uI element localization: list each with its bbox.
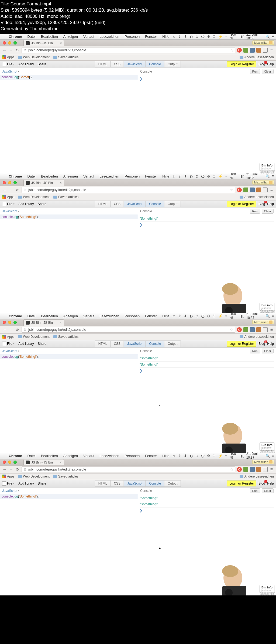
menubar-status-icon[interactable]: ◐ — [189, 174, 193, 178]
bookmark-folder[interactable]: Saved articles — [53, 55, 78, 59]
menubar-status-icon[interactable]: ⊙ — [195, 454, 199, 458]
menubar-status-icon[interactable]: ⇪ — [178, 454, 181, 458]
address-bar[interactable]: 🗎 jsbin.com/depeguyiko/edit?js,console ☆ — [22, 187, 235, 193]
extension-icon[interactable] — [263, 467, 268, 472]
menubar-status-icon[interactable]: ⎋ — [172, 174, 175, 178]
help-link[interactable]: Help — [267, 482, 274, 485]
bookmark-folder[interactable]: Web Development — [18, 335, 50, 339]
apps-shortcut[interactable]: Apps — [2, 195, 14, 199]
bookmark-star-icon[interactable]: ☆ — [230, 188, 233, 192]
extension-icon[interactable]: O — [237, 327, 242, 332]
other-bookmarks[interactable]: Andere Lesezeichen — [240, 55, 274, 59]
menubar-status-icon[interactable]: ⬇ — [184, 454, 187, 458]
apps-shortcut[interactable]: Apps — [2, 475, 14, 478]
mac-menu-item[interactable]: Hilfe — [160, 454, 172, 458]
mac-menu-item[interactable]: Verlauf — [81, 454, 97, 458]
extension-icon[interactable] — [250, 188, 255, 192]
mac-menu-item[interactable]: Personen — [122, 35, 143, 39]
extension-icon[interactable]: O — [237, 188, 242, 192]
forward-button[interactable]: → — [9, 467, 13, 472]
back-button[interactable]: ← — [2, 48, 7, 52]
language-selector[interactable]: JavaScript ▾ — [2, 489, 19, 493]
menubar-status-icon[interactable]: ⏱ — [212, 35, 216, 38]
menubar-status-icon[interactable]: ⚙ — [207, 35, 210, 38]
blog-link[interactable]: Blog1 — [258, 202, 265, 206]
browser-tab[interactable]: JS Bin - JS Bin × — [23, 40, 64, 46]
tab-html[interactable]: HTML — [95, 61, 111, 67]
tab-output[interactable]: Output — [164, 61, 181, 67]
mac-menu-item[interactable]: Datei — [25, 174, 38, 178]
extension-icon[interactable] — [243, 48, 248, 53]
menubar-status-icon[interactable]: ⏱ — [212, 174, 216, 178]
mac-menu-item[interactable]: Hilfe — [160, 174, 172, 178]
browser-tab[interactable]: JS Bin - JS Bin × — [23, 319, 64, 326]
console-output[interactable]: "Something!" "Something!" ❯ — [138, 494, 276, 513]
tab-close-icon[interactable]: × — [60, 41, 62, 45]
menubar-status-icon[interactable]: ⊙ — [195, 314, 199, 318]
share-link[interactable]: Share — [38, 202, 46, 206]
mac-menu-item[interactable]: Lesezeichen — [97, 454, 122, 458]
menubar-status-icon[interactable]: ⎋ — [172, 314, 175, 318]
address-bar[interactable]: 🗎 jsbin.com/depeguyiko/edit?js,console ☆ — [22, 466, 235, 472]
file-menu[interactable]: File▾ — [2, 62, 15, 66]
console-prompt-icon[interactable]: ❯ — [140, 222, 274, 227]
tab-css[interactable]: CSS — [110, 340, 124, 347]
fullscreen-window-button[interactable] — [13, 461, 17, 464]
reload-button[interactable]: ⟳ — [15, 328, 20, 332]
mac-app-name[interactable]: Chrome — [6, 454, 25, 458]
forward-button[interactable]: → — [9, 48, 13, 52]
add-library-link[interactable]: Add library — [18, 342, 34, 346]
menubar-status-icon[interactable]: ⎋ — [172, 35, 175, 38]
bookmark-folder[interactable]: Saved articles — [53, 195, 78, 199]
menubar-status-icon[interactable]: ⏱ — [212, 314, 216, 318]
mac-menu-item[interactable]: Fenster — [142, 174, 160, 178]
share-link[interactable]: Share — [38, 342, 46, 346]
tab-output[interactable]: Output — [164, 201, 181, 207]
site-info-icon[interactable]: 🗎 — [23, 48, 27, 52]
fullscreen-window-button[interactable] — [13, 181, 17, 184]
tab-console[interactable]: Console — [146, 61, 164, 67]
spotlight-icon[interactable]: 🔍 — [265, 454, 270, 458]
battery-icon[interactable]: ▮▯ — [240, 174, 244, 178]
tab-close-icon[interactable]: × — [60, 461, 62, 464]
chrome-menu-icon[interactable]: ≡ — [269, 467, 274, 472]
code-editor[interactable]: console.log('Something!'); — [0, 214, 138, 219]
menubar-status-icon[interactable]: ⏻ — [201, 35, 204, 38]
login-register-button[interactable]: Login or Register — [227, 201, 256, 207]
help-link[interactable]: Help — [267, 62, 274, 66]
mac-menu-item[interactable]: Fenster — [142, 314, 160, 318]
language-selector[interactable]: JavaScript ▾ — [2, 209, 19, 213]
add-library-link[interactable]: Add library — [18, 62, 34, 66]
file-menu[interactable]: File▾ — [2, 342, 15, 346]
site-info-icon[interactable]: 🗎 — [23, 328, 27, 332]
minimize-window-button[interactable] — [8, 181, 11, 184]
run-button[interactable]: Run — [250, 209, 260, 214]
tab-output[interactable]: Output — [164, 480, 181, 487]
clear-button[interactable]: Clear — [262, 488, 274, 493]
menubar-status-icon[interactable]: ⚙ — [207, 174, 210, 178]
mac-menu-item[interactable]: Bearbeiten — [38, 35, 61, 39]
menubar-status-icon[interactable]: ⚙ — [207, 454, 210, 458]
menubar-status-icon[interactable]: ⏻ — [201, 454, 204, 458]
console-output[interactable]: ❯ — [138, 75, 276, 82]
menubar-status-icon[interactable]: ◐ — [189, 314, 193, 318]
menubar-clock[interactable]: 21. Juni 10:37 — [246, 312, 263, 320]
menubar-status-icon[interactable]: ⚡ — [218, 454, 223, 458]
console-output[interactable]: "Something!" "Something!" ❯ — [138, 354, 276, 374]
minimize-window-button[interactable] — [8, 461, 11, 464]
chrome-profile-badge[interactable]: Maximilian — [252, 40, 274, 45]
extension-icon[interactable] — [250, 327, 255, 332]
mac-menu-item[interactable]: Anzeigen — [61, 35, 81, 39]
browser-tab[interactable]: JS Bin - JS Bin × — [23, 459, 64, 465]
chrome-menu-icon[interactable]: ≡ — [269, 48, 274, 53]
back-button[interactable]: ← — [2, 188, 7, 192]
tab-css[interactable]: CSS — [110, 480, 124, 487]
browser-tab[interactable]: JS Bin - JS Bin × — [23, 180, 64, 186]
menubar-status-icon[interactable]: ⇪ — [178, 174, 181, 178]
menubar-status-icon[interactable]: ⊙ — [195, 174, 199, 178]
back-button[interactable]: ← — [2, 327, 7, 332]
mac-menu-item[interactable]: Lesezeichen — [97, 314, 122, 318]
menubar-status-icon[interactable]: ᯤ — [225, 314, 228, 318]
mac-menu-item[interactable]: Bearbeiten — [38, 454, 61, 458]
bookmark-folder[interactable]: Saved articles — [53, 475, 78, 478]
